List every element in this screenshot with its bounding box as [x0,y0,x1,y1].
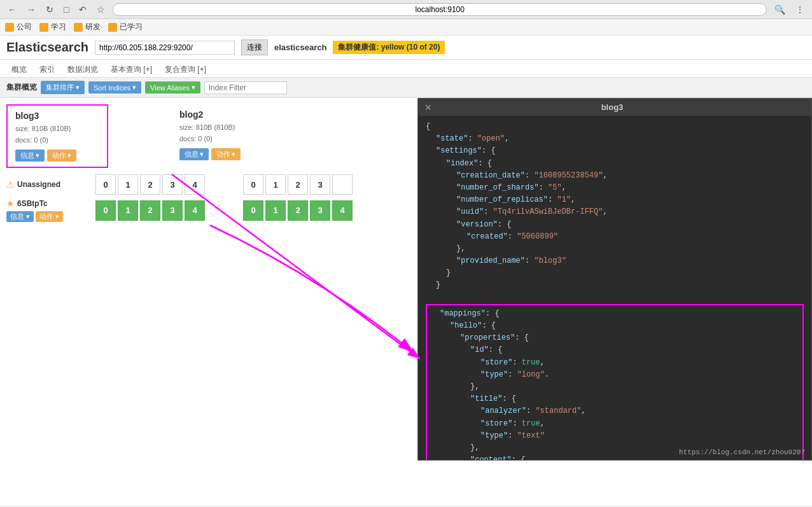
json-line: "hello": { [430,320,800,332]
json-line: "uuid": "Tq4rilvASwiBJeDBr-IFFQ", [426,206,804,218]
blog2-unassigned-shards: 0 1 2 3 4 [243,174,353,195]
blog3-info-button[interactable]: 信息 ▾ [15,149,45,162]
bookmark-dev[interactable]: 研发 [74,22,101,32]
shard-cell: 1 [118,174,138,195]
json-line: }, [426,243,804,255]
shard-cell: 4 [185,174,205,195]
chevron-down-icon: ▾ [67,151,71,160]
detail-panel: ✕ blog3 { "state": "open", "settings": {… [417,98,812,461]
blog2-action-button[interactable]: 动作 ▾ [211,148,241,160]
shard-cell-partial: 4 [332,174,353,195]
index-filter-input[interactable] [204,81,287,94]
nav-menu[interactable]: ⋮ [793,3,807,16]
nav-home[interactable]: □ [61,3,71,16]
bookmark-company-label: 公司 [17,22,32,32]
index-name-blog3: blog3 [15,111,99,121]
shard-cell: 0 [243,200,263,221]
cluster-name: elasticsearch [274,43,326,52]
tab-index[interactable]: 索引 [34,63,60,76]
view-aliases-label: View Aliases [150,84,190,92]
shard-cell: 2 [288,174,308,195]
chevron-down-icon: ▾ [200,150,204,158]
json-line: "type": "text" [430,430,800,442]
bookmark-learned[interactable]: 已学习 [108,22,143,32]
chevron-down-icon: ▾ [76,83,80,92]
json-line: } [426,279,804,291]
nav-back[interactable]: ← [5,3,19,16]
nav-forward[interactable]: → [24,3,38,16]
index-actions-blog3: 信息 ▾ 动作 ▾ [15,149,99,162]
chevron-down-icon-2: ▾ [132,83,136,92]
bookmark-learned-label: 已学习 [120,22,143,32]
cluster-sort-button[interactable]: 集群排序 ▾ [41,81,85,94]
info-label: 信息 [20,151,34,160]
chevron-down-icon: ▾ [36,151,39,160]
detail-panel-body[interactable]: { "state": "open", "settings": { "index"… [418,116,811,460]
shard-cell: 1 [265,174,286,195]
tab-data-browse[interactable]: 数据浏览 [62,63,103,76]
json-line: "store": true, [430,418,800,430]
json-line: "number_of_shards": "5", [426,182,804,194]
folder-icon [5,23,14,32]
json-line: "title": { [430,393,800,405]
bottom-url-text: https://blog.csdn.net/zhou9207 [679,448,805,456]
detail-panel-header: ✕ blog3 [418,99,811,116]
json-line: }, [430,381,800,393]
chevron-down-icon: ▾ [55,212,59,220]
blog3-action-button[interactable]: 动作 ▾ [47,149,76,162]
nav-bookmark[interactable]: ☆ [94,3,108,16]
nav-tabs: 概览 索引 数据浏览 基本查询 [+] 复合查询 [+] [0,60,812,78]
chevron-down-icon: ▾ [232,150,235,158]
index-meta-blog3: size: 810B (810B) docs: 0 (0) [15,123,99,146]
json-line [426,292,804,304]
nav-undo[interactable]: ↶ [76,3,89,16]
detail-panel-title: blog3 [601,102,624,112]
json-line: "analyzer": "standard", [430,405,800,417]
node-name-6SBtpTc: 6SBtpTc [17,199,48,208]
folder-icon [39,23,48,32]
json-line: "settings": { [426,145,804,157]
shard-cell: 2 [140,200,160,221]
shard-cell: 1 [118,200,138,221]
action-label: 动作 [216,149,230,159]
node-info-button[interactable]: 信息 ▾ [6,211,34,222]
nav-search[interactable]: 🔍 [772,3,788,16]
bookmark-company[interactable]: 公司 [5,22,32,32]
tab-overview[interactable]: 概览 [6,63,32,76]
shard-cell: 0 [95,174,116,195]
tab-basic-query[interactable]: 基本查询 [+] [106,63,157,76]
node-action-button[interactable]: 动作 ▾ [36,211,63,222]
index-column-blog2: blog2 size: 810B (810B) docs: 0 (0) 信息 ▾… [172,104,337,168]
bookmark-dev-label: 研发 [85,22,101,32]
section-label: 集群概览 [6,82,37,93]
es-url-input[interactable] [95,41,235,55]
health-badge: 集群健康值: yellow (10 of 20) [333,41,445,54]
bookmark-learn[interactable]: 学习 [39,22,66,32]
bottom-url: https://blog.csdn.net/zhou9207 [679,447,805,459]
json-line: "number_of_replicas": "1", [426,194,804,206]
tab-complex-query[interactable]: 复合查询 [+] [160,63,211,76]
connect-button[interactable]: 连接 [241,39,268,55]
star-icon: ★ [6,198,15,209]
view-aliases-button[interactable]: View Aliases ▾ [145,81,200,94]
nav-refresh[interactable]: ↻ [43,3,56,16]
browser-url-input[interactable] [113,3,767,16]
sort-indices-button[interactable]: Sort Indices ▾ [88,81,141,94]
main-content: blog3 size: 810B (810B) docs: 0 (0) 信息 ▾… [0,98,812,506]
close-button[interactable]: ✕ [424,103,432,112]
json-mappings-highlight: "mappings": { "hello": { "properties": {… [426,304,804,460]
shard-cell: 3 [162,200,183,221]
app-header: Elasticsearch 连接 elasticsearch 集群健康值: ye… [0,36,812,60]
json-line: "store": true, [430,357,800,369]
unassigned-label-area: ⚠ Unassigned [6,179,89,190]
blog2-info-button[interactable]: 信息 ▾ [179,148,209,160]
shard-cell: 0 [95,200,116,221]
node-actions: 信息 ▾ 动作 ▾ [6,211,89,222]
json-line: { [426,121,804,133]
action-label: 动作 [52,151,66,160]
json-line: } [426,267,804,279]
index-column-blog3: blog3 size: 810B (810B) docs: 0 (0) 信息 ▾… [6,104,172,168]
shard-cell: 3 [310,174,330,195]
json-line: "properties": { [430,332,800,344]
toolbar: 集群概览 集群排序 ▾ Sort Indices ▾ View Aliases … [0,78,812,98]
